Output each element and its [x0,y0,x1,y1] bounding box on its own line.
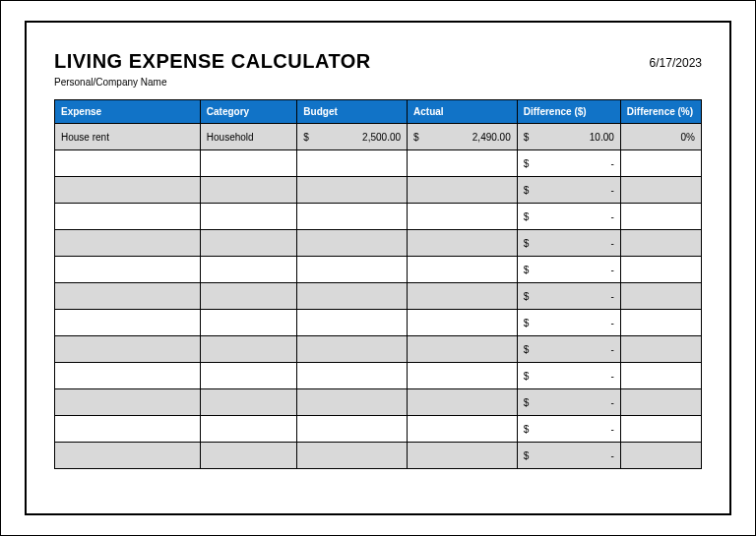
cell-expense[interactable] [55,150,201,177]
cell-diffpct[interactable] [620,416,701,443]
cell-actual[interactable] [408,150,518,177]
cell-category[interactable] [200,389,297,416]
cell-diff[interactable]: $- [517,257,620,283]
cell-category[interactable] [200,443,297,469]
cell-actual[interactable] [408,389,518,416]
cell-category[interactable] [200,336,297,363]
cell-diffpct[interactable] [620,177,701,204]
table-row: House rentHousehold$2,500.00$2,490.00$10… [55,124,702,150]
cell-actual[interactable] [408,204,518,230]
cell-actual[interactable] [408,177,518,204]
cell-expense[interactable] [55,443,201,469]
cell-actual[interactable] [408,336,518,363]
table-row: $- [55,283,702,310]
cell-budget[interactable] [297,204,408,230]
cell-expense[interactable] [55,230,201,257]
table-row: $- [55,257,702,283]
cell-category[interactable] [200,283,297,310]
cell-diffpct[interactable] [620,310,701,336]
cell-budget[interactable] [297,257,408,283]
cell-category[interactable]: Household [200,124,297,150]
cell-diffpct[interactable] [620,150,701,177]
cell-diff[interactable]: $10.00 [517,124,620,150]
cell-diffpct[interactable] [620,257,701,283]
cell-diff[interactable]: $- [517,283,620,310]
cell-diff[interactable]: $- [517,336,620,363]
cell-budget[interactable]: $2,500.00 [297,124,408,150]
table-row: $- [55,150,702,177]
table-row: $- [55,310,702,336]
cell-diff[interactable]: $- [517,310,620,336]
cell-expense[interactable] [55,257,201,283]
col-header-diff: Difference ($) [517,100,620,124]
cell-diffpct[interactable] [620,336,701,363]
table-row: $- [55,416,702,443]
cell-diff[interactable]: $- [517,363,620,389]
cell-actual[interactable] [408,363,518,389]
cell-diff[interactable]: $- [517,177,620,204]
cell-expense[interactable] [55,336,201,363]
cell-category[interactable] [200,204,297,230]
cell-budget[interactable] [297,177,408,204]
col-header-expense: Expense [55,100,201,124]
cell-budget[interactable] [297,389,408,416]
cell-diffpct[interactable] [620,443,701,469]
cell-expense[interactable] [55,416,201,443]
cell-diffpct[interactable] [620,283,701,310]
cell-diffpct[interactable] [620,389,701,416]
cell-diffpct[interactable]: 0% [620,124,701,150]
cell-diff[interactable]: $- [517,204,620,230]
cell-budget[interactable] [297,150,408,177]
cell-actual[interactable] [408,443,518,469]
cell-expense[interactable] [55,363,201,389]
cell-budget[interactable] [297,416,408,443]
cell-category[interactable] [200,310,297,336]
cell-diffpct[interactable] [620,230,701,257]
cell-diff[interactable]: $- [517,389,620,416]
cell-budget[interactable] [297,363,408,389]
cell-expense[interactable] [55,283,201,310]
cell-actual[interactable] [408,257,518,283]
cell-diff[interactable]: $- [517,416,620,443]
header: LIVING EXPENSE CALCULATOR 6/17/2023 [54,50,702,73]
cell-expense[interactable] [55,204,201,230]
table-row: $- [55,177,702,204]
cell-category[interactable] [200,416,297,443]
cell-expense[interactable]: House rent [55,124,201,150]
cell-category[interactable] [200,257,297,283]
page-frame: LIVING EXPENSE CALCULATOR 6/17/2023 Pers… [25,21,731,515]
cell-actual[interactable] [408,310,518,336]
cell-category[interactable] [200,177,297,204]
cell-budget[interactable] [297,283,408,310]
cell-budget[interactable] [297,310,408,336]
page-title: LIVING EXPENSE CALCULATOR [54,50,371,73]
table-row: $- [55,363,702,389]
cell-category[interactable] [200,230,297,257]
table-row: $- [55,336,702,363]
cell-expense[interactable] [55,177,201,204]
cell-expense[interactable] [55,310,201,336]
cell-diffpct[interactable] [620,363,701,389]
cell-expense[interactable] [55,389,201,416]
cell-diffpct[interactable] [620,204,701,230]
cell-budget[interactable] [297,336,408,363]
cell-actual[interactable] [408,283,518,310]
cell-diff[interactable]: $- [517,230,620,257]
cell-actual[interactable]: $2,490.00 [408,124,518,150]
cell-category[interactable] [200,363,297,389]
col-header-category: Category [200,100,297,124]
subtitle: Personal/Company Name [54,77,702,88]
date-value: 6/17/2023 [650,56,702,70]
table-row: $- [55,389,702,416]
cell-category[interactable] [200,150,297,177]
cell-budget[interactable] [297,443,408,469]
col-header-actual: Actual [408,100,518,124]
cell-diff[interactable]: $- [517,443,620,469]
cell-actual[interactable] [408,416,518,443]
cell-actual[interactable] [408,230,518,257]
table-body: House rentHousehold$2,500.00$2,490.00$10… [55,124,702,469]
col-header-diffpct: Difference (%) [620,100,701,124]
cell-budget[interactable] [297,230,408,257]
table-row: $- [55,443,702,469]
cell-diff[interactable]: $- [517,150,620,177]
